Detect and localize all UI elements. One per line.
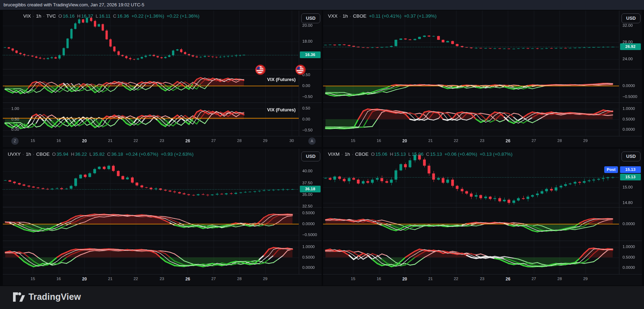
legend-value: 15.06 — [375, 152, 387, 157]
oscillator1-axis-label: 0.0000 — [623, 222, 635, 226]
legend-key: O — [58, 13, 62, 19]
currency-toggle-button[interactable]: USD — [621, 152, 640, 161]
chart-legend-vxx[interactable]: VXX·1h·CBOE+0.11 (+0.41%)+0.37 (+1.39%) — [328, 13, 436, 19]
legend-symbol-part[interactable]: VIX — [23, 13, 31, 19]
oscillator1-axis-label: 0.5000 — [302, 211, 315, 215]
oscillator2-axis-label: 0.5000 — [302, 255, 315, 259]
legend-key: L — [89, 152, 92, 157]
legend-key: C — [113, 13, 116, 19]
time-axis-label: 29 — [580, 138, 591, 143]
legend-value: +0.22 (+1.36%) — [167, 13, 200, 19]
time-axis-label: 20 — [79, 277, 90, 282]
tradingview-logo-icon[interactable] — [13, 292, 25, 302]
time-axis-label: 15 — [348, 138, 358, 143]
time-axis-label: 16 — [53, 277, 64, 281]
oscillator1-axis-label: 0.00 — [302, 84, 310, 88]
price-axis-vxx[interactable]: 32.0028.0024.000.0000−0.50001.00000.5000… — [619, 11, 642, 136]
time-axis-vix[interactable]: 1516202122232627282930ZA — [3, 136, 322, 146]
chart-legend-vixm[interactable]: VIXM·1h·CBOEO15.06H15.13L15.06C15.13+0.0… — [328, 152, 512, 157]
time-axis-label: 23 — [477, 138, 487, 143]
oscillator1-axis-label: −0.5000 — [302, 233, 317, 237]
legend-key: O — [52, 152, 56, 157]
legend-symbol-part[interactable]: VXX — [328, 13, 337, 19]
chart-panel-uvxy[interactable]: UVXY·1h·CBOEO35.94H36.22L35.82C36.18+0.2… — [3, 149, 322, 285]
post-market-label: Post — [604, 166, 618, 173]
price-axis-vixm[interactable]: 15.0014.800.00001.00000.50000.000015.131… — [619, 149, 642, 274]
legend-value: 15.13 — [430, 152, 442, 157]
legend-value: 16.11 — [99, 13, 111, 19]
legend-symbol-part[interactable]: VIXM — [328, 152, 340, 157]
oscillator1-axis-label: −0.5000 — [623, 94, 637, 99]
chart-grid: VIX·1h·TVCO16.16H16.37L16.11C16.36+0.22 … — [3, 11, 643, 285]
price-chart-canvas-vixm[interactable] — [323, 149, 619, 274]
post-market-price-badge: 15.13 — [620, 166, 641, 173]
tradingview-multichart-screenshot: brucegibbs created with TradingView.com,… — [0, 0, 644, 309]
legend-key: H — [390, 152, 393, 157]
currency-toggle-button[interactable]: USD — [301, 152, 320, 161]
last-price-badge: 16.36 — [300, 51, 321, 58]
time-axis-label: 16 — [53, 138, 64, 143]
time-axis-label: 21 — [105, 277, 115, 281]
pane-separator-1 — [323, 103, 642, 103]
time-axis-label: 29 — [580, 277, 591, 281]
chart-legend-uvxy[interactable]: UVXY·1h·CBOEO35.94H36.22L35.82C36.18+0.2… — [8, 152, 194, 157]
legend-key: · — [33, 13, 34, 19]
time-axis-label: 21 — [425, 277, 436, 281]
time-axis-label: 23 — [157, 277, 167, 281]
legend-key: C — [107, 152, 111, 157]
auto-scale-button[interactable]: A — [308, 137, 316, 145]
time-axis-label: 23 — [477, 277, 487, 281]
legend-value: 15.06 — [412, 152, 424, 157]
tradingview-brand-text[interactable]: TradingView — [29, 292, 81, 302]
time-axis-label: 27 — [208, 277, 219, 281]
price-axis-label: 24.00 — [623, 57, 633, 61]
legend-value: +0.93 (+2.63%) — [161, 152, 194, 157]
oscillator2-axis-label: 0.5000 — [623, 117, 635, 121]
price-chart-canvas-vxx[interactable] — [323, 11, 619, 136]
currency-toggle-button[interactable]: USD — [301, 13, 320, 23]
legend-value: 36.18 — [111, 152, 123, 157]
legend-value: +0.22 (+1.36%) — [132, 13, 164, 19]
time-axis-label: 28 — [234, 138, 245, 143]
oscillator2-axis-label: 1.0000 — [302, 245, 315, 249]
legend-value: 15.13 — [394, 152, 406, 157]
price-axis-uvxy[interactable]: 40.0037.5035.0032.500.50000.0000−0.50001… — [299, 149, 322, 274]
us-flag-instrument-icon — [255, 64, 266, 77]
chart-panel-vix[interactable]: VIX·1h·TVCO16.16H16.37L16.11C16.36+0.22 … — [3, 11, 322, 147]
time-axis-uvxy[interactable]: 15162021222326272829 — [3, 274, 322, 284]
time-axis-label: 29 — [260, 277, 271, 281]
attribution-bar: brucegibbs created with TradingView.com,… — [0, 0, 644, 10]
time-axis-label: 27 — [208, 138, 219, 143]
footer-bar: TradingView — [0, 286, 644, 309]
time-axis-vixm[interactable]: 15162021222326272829 — [323, 274, 642, 284]
chart-panel-vxx[interactable]: VXX·1h·CBOE+0.11 (+0.41%)+0.37 (+1.39%)U… — [323, 11, 642, 147]
legend-key: · — [339, 13, 341, 19]
indicator-pane-label: VIX (Futures) — [267, 107, 296, 112]
time-axis-label: 27 — [529, 138, 539, 143]
timezone-button[interactable]: Z — [11, 137, 19, 145]
time-axis-label: 21 — [425, 138, 436, 143]
price-axis-label: 32.50 — [302, 204, 312, 208]
time-axis-label: 20 — [79, 138, 90, 143]
chart-panel-vixm[interactable]: VIXM·1h·CBOEO15.06H15.13L15.06C15.13+0.0… — [323, 149, 642, 285]
oscillator1-axis-label: 0.0000 — [302, 222, 315, 226]
pane-separator-1 — [323, 241, 642, 241]
legend-symbol-part: TVC — [46, 13, 56, 19]
pane-separator-0 — [3, 69, 322, 69]
oscillator2-axis-label: 0.5000 — [623, 255, 635, 259]
time-axis-label: 29 — [260, 138, 271, 143]
chart-legend-vix[interactable]: VIX·1h·TVCO16.16H16.37L16.11C16.36+0.22 … — [23, 13, 200, 19]
oscillator2-axis-label: −0.50 — [302, 128, 312, 132]
legend-value: 36.22 — [75, 152, 87, 157]
price-axis-label: 15.00 — [623, 185, 633, 189]
legend-value: +0.37 (+1.39%) — [404, 13, 436, 19]
time-axis-label: 22 — [131, 138, 141, 143]
price-chart-canvas-uvxy[interactable] — [3, 149, 299, 274]
legend-value: +0.13 (+0.87%) — [480, 152, 512, 157]
time-axis-vxx[interactable]: 15162021222326272829 — [323, 136, 642, 146]
currency-toggle-button[interactable]: USD — [621, 13, 640, 23]
legend-symbol-part: CBOE — [353, 13, 366, 19]
legend-symbol-part[interactable]: UVXY — [8, 152, 21, 157]
time-axis-label: 20 — [399, 138, 410, 143]
time-axis-label: 30 — [286, 138, 297, 143]
